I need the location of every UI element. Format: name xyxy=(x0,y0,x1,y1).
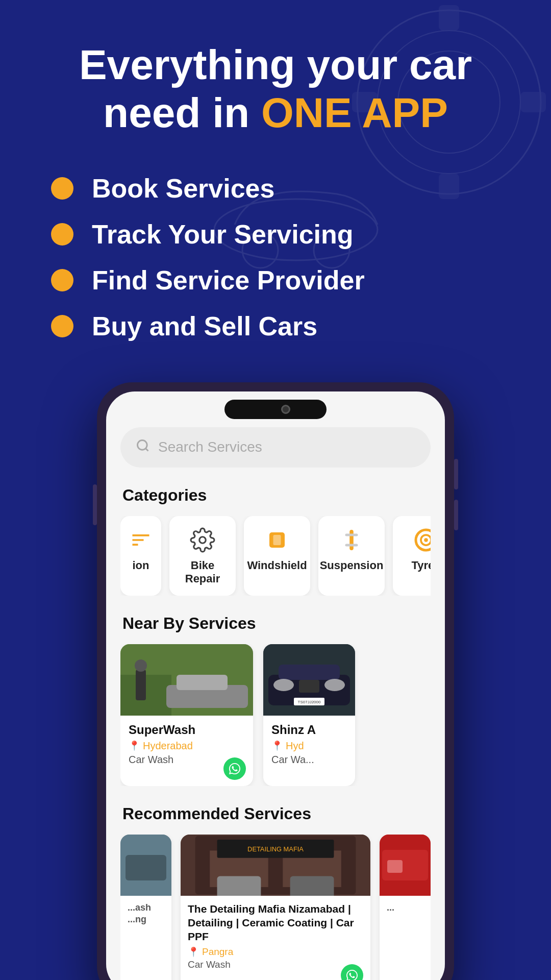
svg-line-11 xyxy=(145,448,148,451)
feature-item-4: Buy and Sell Cars xyxy=(51,311,520,341)
rec-info-partial-right: ... xyxy=(380,896,431,939)
phone-frame: Search Services Categories xyxy=(97,382,454,980)
rec-name-detailing: The Detailing Mafia Nizamabad | Detailin… xyxy=(188,902,363,944)
search-bar[interactable]: Search Services xyxy=(120,427,431,468)
superwash-location-row: 📍 Hyderabad xyxy=(129,740,245,752)
svg-point-18 xyxy=(416,530,431,550)
superwash-name: SuperWash xyxy=(129,723,245,737)
search-icon xyxy=(136,438,150,456)
category-item-partial[interactable]: ion xyxy=(120,516,161,596)
rec-name-partial-right: ... xyxy=(387,902,423,914)
superwash-whatsapp-button[interactable] xyxy=(223,757,246,780)
svg-point-12 xyxy=(199,536,206,543)
rec-img-detailing: DETAILING MAFIA xyxy=(181,835,370,896)
volume-up-button xyxy=(454,459,458,489)
shinz-name: Shinz A xyxy=(271,723,347,737)
superwash-info: SuperWash 📍 Hyderabad Car Wash xyxy=(120,716,253,786)
svg-text:DETAILING MAFIA: DETAILING MAFIA xyxy=(247,845,304,852)
svg-rect-43 xyxy=(217,876,261,896)
hero-title-line1: Everything your car xyxy=(79,41,472,88)
front-camera xyxy=(281,405,290,414)
category-item-suspension[interactable]: Suspension xyxy=(318,516,385,596)
feature-label-3: Find Service Provider xyxy=(92,265,365,296)
hero-title-line2: need in xyxy=(103,89,261,136)
svg-point-10 xyxy=(138,440,147,450)
gear-icon xyxy=(189,526,216,554)
category-item-bike-repair[interactable]: Bike Repair xyxy=(169,516,236,596)
category-item-windshield[interactable]: Windshield xyxy=(244,516,310,596)
recommended-section: Recommended Services xyxy=(120,804,431,980)
svg-rect-16 xyxy=(345,533,358,536)
bullet-3 xyxy=(51,269,73,291)
rec-card-partial-right[interactable]: ... xyxy=(380,835,431,980)
nearby-section: Near By Services xyxy=(120,614,431,786)
main-content: Everything your car need in ONE APP Book… xyxy=(0,0,551,980)
cat-label-0: ion xyxy=(133,559,149,572)
svg-rect-47 xyxy=(387,860,403,873)
service-card-superwash[interactable]: SuperWash 📍 Hyderabad Car Wash xyxy=(120,644,253,786)
feature-item-1: Book Services xyxy=(51,173,520,204)
nearby-title: Near By Services xyxy=(120,614,431,633)
rec-img-partial-left xyxy=(120,835,171,896)
svg-rect-17 xyxy=(345,544,358,546)
category-item-tyres[interactable]: Tyres xyxy=(393,516,431,596)
location-pin-icon: 📍 xyxy=(129,740,140,751)
location-pin-icon-2: 📍 xyxy=(271,740,283,751)
feature-label-1: Book Services xyxy=(92,173,274,204)
rec-card-partial-left[interactable]: ...ash...ng xyxy=(120,835,171,980)
svg-text:TS07JJ2000: TS07JJ2000 xyxy=(298,700,321,704)
phone-mockup: Search Services Categories xyxy=(31,382,520,980)
cat-label-2: Windshield xyxy=(247,559,307,572)
feature-label-4: Buy and Sell Cars xyxy=(92,311,317,341)
windshield-icon xyxy=(263,526,291,554)
shinz-location-row: 📍 Hyd xyxy=(271,740,347,752)
recommended-title: Recommended Services xyxy=(120,804,431,823)
rec-location-pin-icon: 📍 xyxy=(188,946,199,958)
bullet-2 xyxy=(51,223,73,246)
phone-screen-container: Search Services Categories xyxy=(106,391,445,980)
suspension-icon xyxy=(338,526,365,554)
shinz-image: TS07JJ2000 xyxy=(263,644,355,716)
svg-rect-23 xyxy=(136,670,146,700)
power-button xyxy=(93,484,97,525)
cat-label-4: Tyres xyxy=(411,559,431,572)
categories-row: ion Bike Repair xyxy=(120,516,431,596)
categories-title: Categories xyxy=(120,486,431,505)
svg-point-31 xyxy=(324,679,345,691)
rec-card-detailing-mafia[interactable]: DETAILING MAFIA The Detailing Mafia Niza… xyxy=(181,835,370,980)
app-screen: Search Services Categories xyxy=(106,391,445,980)
rec-location-text: Pangra xyxy=(202,946,233,958)
feature-item-3: Find Service Provider xyxy=(51,265,520,296)
rec-info-detailing: The Detailing Mafia Nizamabad | Detailin… xyxy=(181,896,370,980)
hero-title: Everything your car need in ONE APP xyxy=(31,41,520,137)
cat-label-3: Suspension xyxy=(320,559,384,572)
svg-rect-32 xyxy=(299,680,319,693)
cat-label-1: Bike Repair xyxy=(179,559,227,585)
rec-info-partial-left: ...ash...ng xyxy=(120,896,171,951)
hero-title-highlight: ONE APP xyxy=(261,89,448,136)
rec-name-partial: ...ash...ng xyxy=(128,902,164,926)
shinz-type: Car Wa... xyxy=(271,754,347,766)
svg-rect-26 xyxy=(177,675,228,690)
svg-point-24 xyxy=(135,659,147,672)
volume-down-button xyxy=(454,500,458,530)
svg-rect-36 xyxy=(126,855,166,880)
partial-cat-icon xyxy=(127,526,155,554)
rec-type: Car Wash xyxy=(188,959,363,970)
superwash-image xyxy=(120,644,253,716)
features-list: Book Services Track Your Servicing Find … xyxy=(31,173,520,341)
shinz-location-text: Hyd xyxy=(286,740,304,752)
nearby-row: SuperWash 📍 Hyderabad Car Wash xyxy=(120,644,431,786)
svg-rect-29 xyxy=(279,665,340,680)
service-card-shinz[interactable]: TS07JJ2000 Shinz A 📍 Hyd Car Wa. xyxy=(263,644,355,786)
rec-img-partial-right xyxy=(380,835,431,896)
svg-point-30 xyxy=(273,679,294,691)
phone-notch xyxy=(224,400,327,419)
bullet-4 xyxy=(51,315,73,337)
svg-rect-15 xyxy=(349,530,354,550)
svg-rect-14 xyxy=(273,535,281,545)
rec-location-row: 📍 Pangra xyxy=(188,946,363,958)
svg-rect-44 xyxy=(290,876,334,896)
categories-section: Categories ion xyxy=(120,486,431,596)
superwash-location-text: Hyderabad xyxy=(143,740,193,752)
